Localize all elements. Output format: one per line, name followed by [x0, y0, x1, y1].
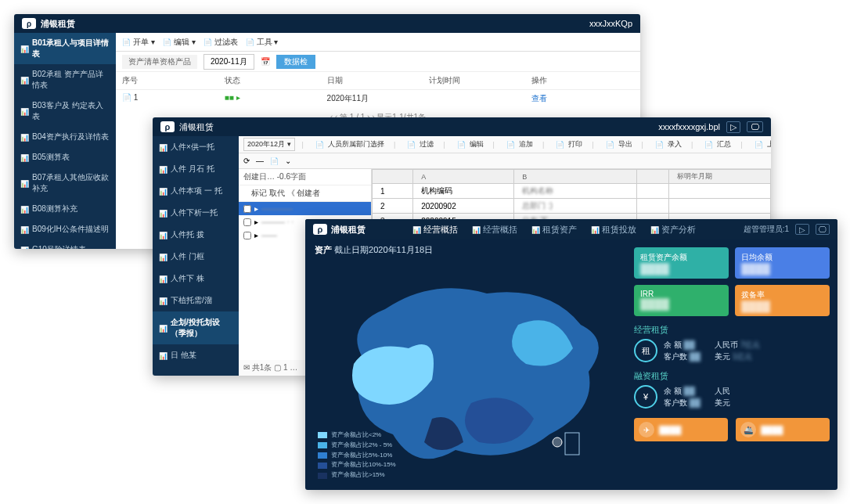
subtitle-date: 截止日期2020年11月18日	[334, 245, 433, 254]
logo-icon: ρ	[22, 18, 36, 29]
sidebar-item[interactable]: G10风险详情表	[14, 239, 116, 249]
toolbar-item[interactable]: 过滤	[402, 139, 436, 149]
legend-label: 资产余额占比<2%	[331, 430, 381, 441]
nav-tab[interactable]: 租赁投放	[591, 224, 636, 236]
svg-point-0	[553, 437, 562, 447]
kpi-card[interactable]: 拨备率████	[735, 285, 830, 316]
row-checkbox[interactable]	[243, 232, 251, 239]
chart-icon	[20, 246, 29, 250]
table-row: 📄 1 ■■ ▸ 2020年11月 查看	[116, 90, 640, 107]
sidebar-item[interactable]: 人件托 拨	[153, 224, 239, 246]
toolbar-item[interactable]: 过滤表	[203, 37, 238, 48]
sidebar-item[interactable]: B09化IH公条件描述明	[14, 219, 116, 239]
sidebar-item-label: 下植托需/溜	[171, 295, 212, 306]
filter-submit-button[interactable]: 数据检	[276, 55, 315, 69]
expand-icon[interactable]: ▸	[254, 204, 258, 213]
nav-tab[interactable]: 资产分析	[650, 224, 696, 236]
minus-icon[interactable]: —	[256, 157, 264, 165]
chart-icon	[20, 225, 29, 234]
legend-item: 资产余额占比<2%	[318, 430, 396, 441]
nav-tab[interactable]: 经营概括	[472, 224, 517, 236]
refresh-icon[interactable]: ⟳	[243, 157, 250, 165]
doc-icon	[405, 141, 418, 149]
chart-icon	[20, 153, 29, 162]
cell-status: ■■ ▸	[225, 93, 327, 104]
fullscreen-icon[interactable]	[816, 224, 830, 235]
sidebar-item-label: 人件×供一托	[171, 142, 214, 153]
sidebar-item[interactable]: B08测算补充	[14, 199, 116, 219]
row-checkbox[interactable]	[243, 218, 251, 226]
down-icon[interactable]: ⌄	[285, 157, 291, 165]
legend-label: 资产余额占比>15%	[331, 470, 385, 481]
toolbar-item[interactable]: 上传	[750, 139, 771, 149]
toolbar-item[interactable]: 编辑 ▾	[163, 37, 196, 48]
tree-row[interactable]: ▸————	[239, 202, 371, 215]
kpi-card[interactable]: IRR████	[634, 285, 729, 316]
sidebar-item[interactable]: B04资产执行及详情表	[14, 127, 116, 147]
sidebar-item-label: 日 他某	[171, 350, 196, 361]
doc-icon	[313, 141, 326, 149]
segment-operating-lease: 经营租赁 租 余 额 ██客户数 ██人民币 7亿元美元 1亿元	[634, 324, 830, 362]
sidebar-item[interactable]: 人件下析一托	[153, 202, 239, 224]
bottom-card[interactable]: 🚢████	[736, 418, 830, 441]
sidebar-item[interactable]: B03客户及 约定表入表	[14, 95, 116, 127]
sidebar-item-label: B01承租人与项目详情表	[32, 38, 110, 59]
sidebar-item[interactable]: 企划/投托划设（季报）	[153, 311, 239, 344]
toolbar-item[interactable]: 追加	[502, 139, 535, 149]
sidebar-item[interactable]: 人件下 株	[153, 268, 239, 290]
calendar-icon[interactable]: 📅	[261, 57, 270, 66]
doc-icon[interactable]	[270, 157, 279, 165]
toolbar-item[interactable]: 工具 ▾	[246, 37, 279, 48]
expand-icon[interactable]: ▸	[254, 231, 258, 239]
grid-row[interactable]: 220200902总部门 :)	[373, 199, 771, 214]
toolbar-item[interactable]: 导出	[601, 139, 635, 149]
sidebar-item[interactable]: 人件 门框	[153, 246, 239, 268]
segment-icon: ¥	[634, 385, 657, 409]
w1-table-header: 序号状态日期计划时间操作	[116, 72, 640, 90]
bottom-card[interactable]: ✈████	[634, 418, 728, 441]
play-icon[interactable]	[795, 224, 809, 235]
nav-tab[interactable]: 经营概括	[412, 224, 458, 236]
toolbar-item[interactable]: 录入	[650, 139, 684, 149]
toolbar-item[interactable]: 编辑	[452, 139, 486, 149]
toolbar-item[interactable]: 开单 ▾	[122, 37, 155, 48]
sidebar-item[interactable]: 人件×供一托	[153, 136, 239, 158]
sidebar-item[interactable]: 人件 月石 托	[153, 158, 239, 180]
sidebar-item[interactable]: B01承租人与项目详情表	[14, 33, 116, 64]
sidebar-item-label: 人件 门框	[171, 251, 204, 262]
kpi-card[interactable]: 租赁资产余额████	[634, 247, 729, 279]
toolbar-date[interactable]: 2020年12月 ▾	[243, 138, 295, 151]
row-checkbox[interactable]	[243, 205, 251, 213]
chart-icon	[159, 253, 167, 261]
sidebar-item[interactable]: B05测算表	[14, 147, 116, 167]
toolbar-item[interactable]: 汇总	[700, 139, 733, 149]
sidebar-item[interactable]: B02承租 资产产品详情表	[14, 64, 116, 95]
toolbar-item[interactable]: 人员所属部门选择	[311, 139, 387, 149]
china-map[interactable]: 资产余额占比<2%资产余额占比2% - 5%资产余额占比5%-10%资产余额占比…	[315, 260, 628, 484]
toolbar-item[interactable]: 打印	[551, 139, 585, 149]
cell: 20200902	[413, 199, 514, 214]
play-icon[interactable]	[726, 121, 740, 133]
stat-row: 人民币 7亿元	[715, 339, 760, 351]
doc-icon	[455, 141, 468, 149]
kpi-card[interactable]: 日均余额████	[735, 247, 830, 279]
sidebar-item[interactable]: 日 他某	[153, 344, 239, 366]
sidebar-item[interactable]: 下植托需/溜	[153, 290, 239, 311]
bottom-cards: ✈████🚢████	[634, 418, 830, 441]
fullscreen-icon[interactable]	[747, 121, 763, 132]
expand-icon[interactable]: ▸	[254, 218, 258, 226]
cell-op-link[interactable]: 查看	[531, 93, 634, 104]
chart-icon	[20, 107, 29, 116]
brand-text: 浦银租赁	[331, 224, 366, 236]
sidebar-item[interactable]: 人件本项 一 托	[153, 180, 239, 202]
nav-tab[interactable]: 租赁资产	[531, 224, 577, 236]
grid-row[interactable]: 1机构编码机构名称	[373, 184, 771, 199]
segment-icon: 租	[634, 339, 657, 362]
chart-icon	[20, 133, 29, 142]
sidebar-item-label: B09化IH公条件描述明	[32, 224, 109, 235]
kpi-cards-row1: 租赁资产余额████日均余额████	[634, 247, 830, 279]
sidebar-item-label: B02承租 资产产品详情表	[32, 69, 110, 91]
sidebar-item[interactable]: B07承租人其他应收款补充	[14, 167, 116, 199]
window-dashboard: ρ 浦银租赁 经营概括经营概括租赁资产租赁投放资产分析 超管管理员:1 资产 截…	[305, 219, 837, 490]
filter-date[interactable]: 2020-11月	[203, 54, 254, 70]
